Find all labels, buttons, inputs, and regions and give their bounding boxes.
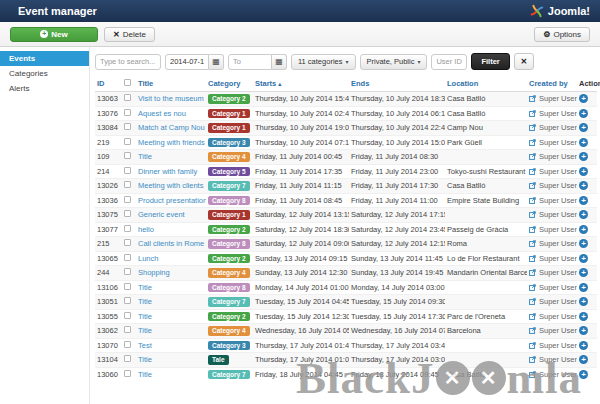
filter-button[interactable]: Filter: [471, 53, 509, 70]
options-button[interactable]: ⚙ Options: [534, 27, 590, 42]
event-title-link[interactable]: Generic event: [138, 210, 185, 219]
row-checkbox[interactable]: [124, 109, 131, 116]
sidebar-item-categories[interactable]: Categories: [0, 66, 89, 81]
column-header-category[interactable]: Category: [206, 76, 253, 92]
sidebar-item-events[interactable]: Events: [0, 51, 89, 66]
add-action-button[interactable]: +: [579, 123, 588, 132]
add-action-button[interactable]: +: [579, 225, 588, 234]
created-by-link[interactable]: Super User: [529, 312, 575, 321]
row-checkbox[interactable]: [124, 152, 131, 159]
add-action-button[interactable]: +: [579, 370, 588, 379]
column-header-starts[interactable]: Starts ▴: [253, 76, 349, 92]
column-header-created-by[interactable]: Created by: [527, 76, 577, 92]
event-title-link[interactable]: Aquest es nou: [138, 109, 186, 118]
created-by-link[interactable]: Super User: [529, 254, 575, 263]
event-title-link[interactable]: Product presentation: [138, 196, 206, 205]
event-title-link[interactable]: Meeting with clients: [138, 181, 203, 190]
created-by-link[interactable]: Super User: [529, 196, 575, 205]
add-action-button[interactable]: +: [579, 152, 588, 161]
categories-dropdown[interactable]: 11 categories ▾: [291, 54, 356, 70]
event-title-link[interactable]: hello: [138, 225, 154, 234]
event-title-link[interactable]: Call clients in Rome: [138, 239, 204, 248]
created-by-link[interactable]: Super User: [529, 123, 575, 132]
row-checkbox[interactable]: [124, 312, 131, 319]
event-title-link[interactable]: Title: [138, 312, 152, 321]
add-action-button[interactable]: +: [579, 355, 588, 364]
event-title-link[interactable]: Title: [138, 370, 152, 379]
created-by-link[interactable]: Super User: [529, 152, 575, 161]
row-checkbox[interactable]: [124, 225, 131, 232]
row-checkbox[interactable]: [124, 196, 131, 203]
add-action-button[interactable]: +: [579, 297, 588, 306]
date-to-input[interactable]: [228, 54, 272, 70]
event-title-link[interactable]: Shopping: [138, 268, 170, 277]
created-by-link[interactable]: Super User: [529, 370, 575, 379]
calendar-icon[interactable]: ▦: [272, 54, 287, 70]
created-by-link[interactable]: Super User: [529, 297, 575, 306]
created-by-link[interactable]: Super User: [529, 210, 575, 219]
created-by-link[interactable]: Super User: [529, 167, 575, 176]
row-checkbox[interactable]: [124, 167, 131, 174]
add-action-button[interactable]: +: [579, 239, 588, 248]
event-title-link[interactable]: Title: [138, 326, 152, 335]
created-by-link[interactable]: Super User: [529, 94, 575, 103]
add-action-button[interactable]: +: [579, 196, 588, 205]
add-action-button[interactable]: +: [579, 167, 588, 176]
add-action-button[interactable]: +: [579, 210, 588, 219]
created-by-link[interactable]: Super User: [529, 239, 575, 248]
row-checkbox[interactable]: [124, 326, 131, 333]
created-by-link[interactable]: Super User: [529, 109, 575, 118]
add-action-button[interactable]: +: [579, 138, 588, 147]
access-dropdown[interactable]: Private, Public ▾: [360, 54, 428, 70]
select-all-checkbox[interactable]: [124, 79, 131, 86]
created-by-link[interactable]: Super User: [529, 138, 575, 147]
created-by-link[interactable]: Super User: [529, 326, 575, 335]
row-checkbox[interactable]: [124, 341, 131, 348]
created-by-link[interactable]: Super User: [529, 355, 575, 364]
row-checkbox[interactable]: [124, 181, 131, 188]
created-by-link[interactable]: Super User: [529, 225, 575, 234]
add-action-button[interactable]: +: [579, 326, 588, 335]
add-action-button[interactable]: +: [579, 109, 588, 118]
event-title-link[interactable]: Dinner with family: [138, 167, 197, 176]
event-title-link[interactable]: Match at Camp Nou: [138, 123, 205, 132]
clear-filter-button[interactable]: ✕: [514, 53, 534, 70]
created-by-link[interactable]: Super User: [529, 283, 575, 292]
event-title-link[interactable]: Meeting with friends: [138, 138, 205, 147]
row-checkbox[interactable]: [124, 123, 131, 130]
created-by-link[interactable]: Super User: [529, 268, 575, 277]
event-title-link[interactable]: Title: [138, 297, 152, 306]
event-title-link[interactable]: Title: [138, 283, 152, 292]
column-header-location[interactable]: Location: [445, 76, 527, 92]
row-checkbox[interactable]: [124, 94, 131, 101]
row-checkbox[interactable]: [124, 210, 131, 217]
user-id-input[interactable]: [431, 54, 467, 70]
add-action-button[interactable]: +: [579, 283, 588, 292]
column-header-id[interactable]: ID: [95, 76, 122, 92]
event-title-link[interactable]: Visit to the museum: [138, 94, 204, 103]
created-by-link[interactable]: Super User: [529, 341, 575, 350]
created-by-link[interactable]: Super User: [529, 181, 575, 190]
row-checkbox[interactable]: [124, 355, 131, 362]
add-action-button[interactable]: +: [579, 254, 588, 263]
add-action-button[interactable]: +: [579, 94, 588, 103]
add-action-button[interactable]: +: [579, 341, 588, 350]
column-header-title[interactable]: Title: [136, 76, 206, 92]
row-checkbox[interactable]: [124, 283, 131, 290]
row-checkbox[interactable]: [124, 297, 131, 304]
row-checkbox[interactable]: [124, 370, 131, 377]
add-action-button[interactable]: +: [579, 268, 588, 277]
event-title-link[interactable]: Lunch: [138, 254, 158, 263]
row-checkbox[interactable]: [124, 254, 131, 261]
add-action-button[interactable]: +: [579, 312, 588, 321]
new-button[interactable]: + New: [10, 27, 98, 42]
date-from-input[interactable]: [165, 54, 209, 70]
delete-button[interactable]: ✕ Delete: [104, 27, 155, 42]
event-title-link[interactable]: Title: [138, 355, 152, 364]
search-input[interactable]: [95, 54, 161, 70]
event-title-link[interactable]: Title: [138, 152, 152, 161]
column-header-ends[interactable]: Ends: [349, 76, 445, 92]
row-checkbox[interactable]: [124, 268, 131, 275]
add-action-button[interactable]: +: [579, 181, 588, 190]
event-title-link[interactable]: Test: [138, 341, 152, 350]
